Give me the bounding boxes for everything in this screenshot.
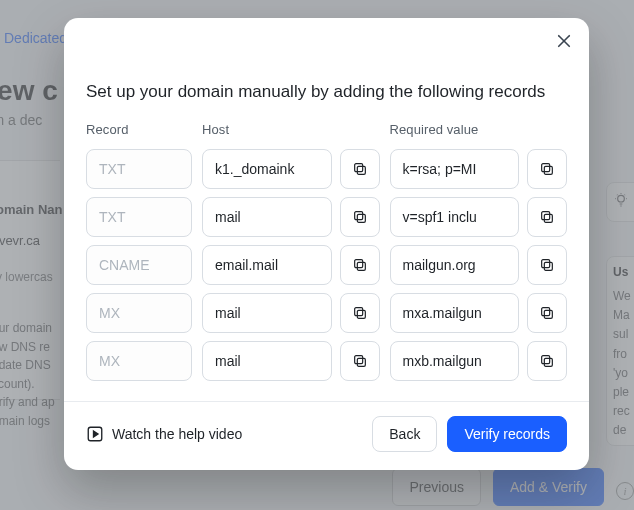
play-icon <box>86 425 104 443</box>
svg-marker-24 <box>94 431 99 437</box>
svg-rect-22 <box>542 356 550 364</box>
copy-host-button[interactable] <box>340 245 380 285</box>
close-button[interactable] <box>555 32 573 50</box>
svg-rect-20 <box>542 308 550 316</box>
back-button[interactable]: Back <box>372 416 437 452</box>
value-field[interactable]: mxa.mailgun <box>390 293 520 333</box>
svg-rect-5 <box>357 214 365 222</box>
copy-icon <box>352 161 368 177</box>
svg-rect-3 <box>357 166 365 174</box>
copy-icon <box>352 353 368 369</box>
copy-icon <box>539 305 555 321</box>
record-type-field: MX <box>86 293 192 333</box>
value-field[interactable]: mxb.mailgun <box>390 341 520 381</box>
copy-icon <box>539 353 555 369</box>
divider <box>64 401 589 402</box>
help-video-label: Watch the help video <box>112 426 242 442</box>
host-field[interactable]: mail <box>202 293 332 333</box>
copy-icon <box>539 209 555 225</box>
svg-rect-11 <box>357 358 365 366</box>
modal-title: Set up your domain manually by adding th… <box>86 82 567 102</box>
copy-icon <box>352 209 368 225</box>
host-field[interactable]: k1._domaink <box>202 149 332 189</box>
svg-rect-6 <box>354 212 362 220</box>
modal-footer: Watch the help video Back Verify records <box>86 416 567 452</box>
watch-help-video-link[interactable]: Watch the help video <box>86 425 242 443</box>
copy-host-button[interactable] <box>340 341 380 381</box>
copy-value-button[interactable] <box>527 197 567 237</box>
record-type-field: MX <box>86 341 192 381</box>
record-header: Record <box>86 122 192 137</box>
svg-rect-19 <box>544 310 552 318</box>
svg-rect-12 <box>354 356 362 364</box>
copy-value-button[interactable] <box>527 149 567 189</box>
host-field[interactable]: mail <box>202 197 332 237</box>
value-field[interactable]: k=rsa; p=MI <box>390 149 520 189</box>
modal-footer-buttons: Back Verify records <box>372 416 567 452</box>
host-field[interactable]: email.mail <box>202 245 332 285</box>
svg-rect-14 <box>542 164 550 172</box>
dns-records-modal: Set up your domain manually by adding th… <box>64 18 589 470</box>
close-icon <box>555 32 573 50</box>
copy-value-button[interactable] <box>527 293 567 333</box>
copy-value-button[interactable] <box>527 245 567 285</box>
value-header: Required value <box>390 122 568 137</box>
svg-rect-10 <box>354 308 362 316</box>
svg-rect-16 <box>542 212 550 220</box>
copy-icon <box>539 161 555 177</box>
copy-host-button[interactable] <box>340 149 380 189</box>
record-type-field: TXT <box>86 197 192 237</box>
copy-host-button[interactable] <box>340 293 380 333</box>
value-field[interactable]: v=spf1 inclu <box>390 197 520 237</box>
svg-rect-8 <box>354 260 362 268</box>
copy-icon <box>352 257 368 273</box>
record-type-field: TXT <box>86 149 192 189</box>
copy-icon <box>539 257 555 273</box>
svg-rect-4 <box>354 164 362 172</box>
svg-rect-7 <box>357 262 365 270</box>
records-table: Record TXT TXT CNAME MX MX Host k1._doma… <box>86 122 567 389</box>
verify-records-button[interactable]: Verify records <box>447 416 567 452</box>
host-field[interactable]: mail <box>202 341 332 381</box>
svg-rect-9 <box>357 310 365 318</box>
svg-rect-21 <box>544 358 552 366</box>
copy-value-button[interactable] <box>527 341 567 381</box>
svg-rect-17 <box>544 262 552 270</box>
svg-rect-13 <box>544 166 552 174</box>
value-column: Required value k=rsa; p=MI v=spf1 inclu … <box>390 122 568 389</box>
record-type-field: CNAME <box>86 245 192 285</box>
record-column: Record TXT TXT CNAME MX MX <box>86 122 192 389</box>
svg-rect-15 <box>544 214 552 222</box>
copy-icon <box>352 305 368 321</box>
host-column: Host k1._domaink mail email.mail mail ma… <box>202 122 380 389</box>
host-header: Host <box>202 122 380 137</box>
svg-rect-18 <box>542 260 550 268</box>
value-field[interactable]: mailgun.org <box>390 245 520 285</box>
copy-host-button[interactable] <box>340 197 380 237</box>
